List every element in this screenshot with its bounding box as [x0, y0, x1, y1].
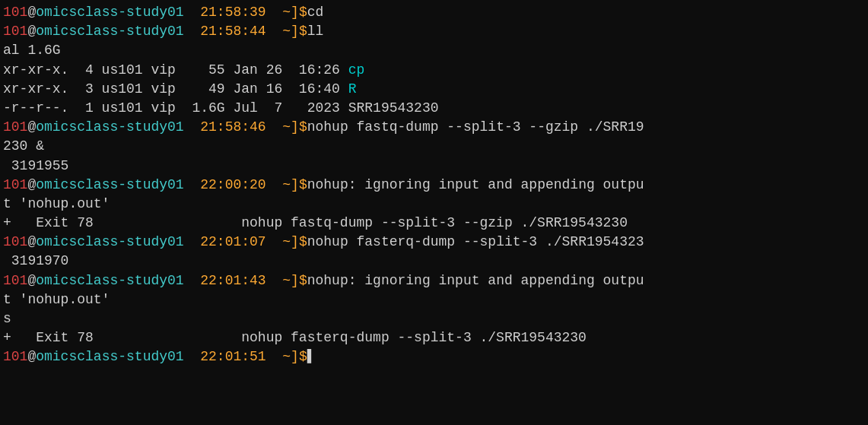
terminal-line: -r--r--. 1 us101 vip 1.6G Jul 7 2023 SRR…	[3, 99, 868, 118]
terminal-line: 101@omicsclass-study01 22:01:43 ~]$nohup…	[3, 271, 868, 290]
terminal-line: 101@omicsclass-study01 22:01:51 ~]$▌	[3, 347, 868, 366]
terminal-line: xr-xr-x. 4 us101 vip 55 Jan 26 16:26 cp	[3, 61, 868, 80]
terminal-line: 101@omicsclass-study01 21:58:39 ~]$cd	[3, 3, 868, 22]
terminal-line: xr-xr-x. 3 us101 vip 49 Jan 16 16:40 R	[3, 80, 868, 99]
terminal-line: 101@omicsclass-study01 21:58:46 ~]$nohup…	[3, 118, 868, 137]
terminal-line: 101@omicsclass-study01 22:01:07 ~]$nohup…	[3, 233, 868, 252]
terminal-line: 3191955	[3, 157, 868, 176]
terminal-line: t 'nohup.out'	[3, 290, 868, 309]
terminal-line: t 'nohup.out'	[3, 195, 868, 214]
terminal-line: + Exit 78 nohup fastq-dump --split-3 --g…	[3, 214, 868, 233]
terminal-line: al 1.6G	[3, 41, 868, 60]
terminal-line: 230 &	[3, 137, 868, 156]
terminal-line: + Exit 78 nohup fasterq-dump --split-3 .…	[3, 328, 868, 347]
terminal-line: 101@omicsclass-study01 21:58:44 ~]$ll	[3, 22, 868, 41]
terminal-line: 101@omicsclass-study01 22:00:20 ~]$nohup…	[3, 176, 868, 195]
terminal-line: s	[3, 309, 868, 328]
terminal-line: 3191970	[3, 252, 868, 271]
terminal-content: 101@omicsclass-study01 21:58:39 ~]$cd101…	[3, 3, 868, 367]
terminal[interactable]: 101@omicsclass-study01 21:58:39 ~]$cd101…	[0, 0, 868, 425]
